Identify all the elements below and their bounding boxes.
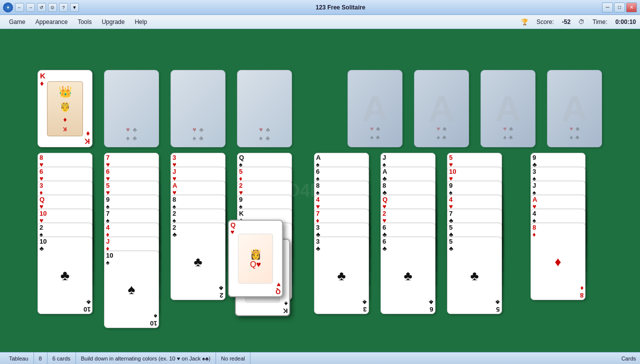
time-label: Time: — [592, 18, 608, 25]
menu-help[interactable]: Help — [130, 17, 152, 27]
status-mode: Tableau — [4, 353, 34, 364]
game-area: LO4D.com K♦ K♦ 👑 🤴 ♦ K ♥ ♣ ♠ ♣ — [0, 29, 640, 352]
quick-btn-help[interactable]: ? — [59, 3, 68, 12]
tableau-col-1-card-1[interactable]: K♦ K♦ 👑 🤴 ♦ K — [38, 70, 92, 147]
quick-btn-forward[interactable]: → — [26, 3, 35, 12]
tableau-col-2-placeholder: ♥ ♣ ♠ ♣ — [104, 70, 159, 147]
foundation-4: A ♥♣ ♠♣ — [547, 70, 602, 147]
score-label: Score: — [536, 18, 554, 25]
dragged-queen[interactable]: Q♥ 👸Q♥ Q♥ — [228, 220, 283, 297]
status-hint: Build down in alternating colors (ex. 10… — [76, 353, 216, 364]
score-value: -52 — [562, 18, 570, 25]
menu-upgrade[interactable]: Upgrade — [96, 17, 130, 27]
status-count: 8 — [34, 353, 48, 364]
quick-btn-undo[interactable]: ↺ — [37, 3, 46, 12]
time-value: 0:00:10 — [616, 18, 636, 25]
time-icon: ⏱ — [578, 18, 584, 25]
app-icon: ♠ — [3, 2, 13, 12]
tableau-col-4-placeholder: ♥ ♣ ♠ ♣ — [237, 70, 292, 147]
window-controls: ─ □ ✕ — [602, 2, 637, 12]
window-title: 123 Free Solitaire — [79, 4, 602, 11]
quick-btn-back[interactable]: ← — [15, 3, 24, 12]
maximize-button[interactable]: □ — [614, 2, 625, 12]
menu-tools[interactable]: Tools — [72, 17, 96, 27]
status-cards: 6 cards — [48, 353, 76, 364]
menu-game[interactable]: Game — [4, 17, 30, 27]
titlebar-left: ♠ ← → ↺ ⊙ ? ▼ — [3, 2, 79, 12]
score-area: 🏆 Score: -52 ⏱ Time: 0:00:10 — [521, 18, 636, 25]
tableau-col-3-placeholder: ♥ ♣ ♠ ♣ — [170, 70, 226, 147]
quick-btn-redo[interactable]: ⊙ — [48, 3, 57, 12]
status-bar: Tableau 8 6 cards Build down in alternat… — [0, 352, 640, 364]
foundation-3: A ♥♣ ♠♣ — [480, 70, 536, 147]
status-cards-label: Cards — [622, 356, 636, 362]
foundation-2: A ♥♣ ♠♣ — [414, 70, 469, 147]
menu-appearance[interactable]: Appearance — [30, 17, 73, 27]
score-icon: 🏆 — [521, 18, 528, 25]
foundation-1: A ♥♣ ♠♣ — [348, 70, 402, 147]
quick-btn-menu[interactable]: ▼ — [70, 3, 79, 12]
minimize-button[interactable]: ─ — [602, 2, 613, 12]
close-button[interactable]: ✕ — [626, 2, 637, 12]
menu-bar: Game Appearance Tools Upgrade Help 🏆 Sco… — [0, 15, 640, 29]
title-bar: ♠ ← → ↺ ⊙ ? ▼ 123 Free Solitaire ─ □ ✕ — [0, 0, 640, 15]
status-redeal: No redeal — [216, 353, 250, 364]
